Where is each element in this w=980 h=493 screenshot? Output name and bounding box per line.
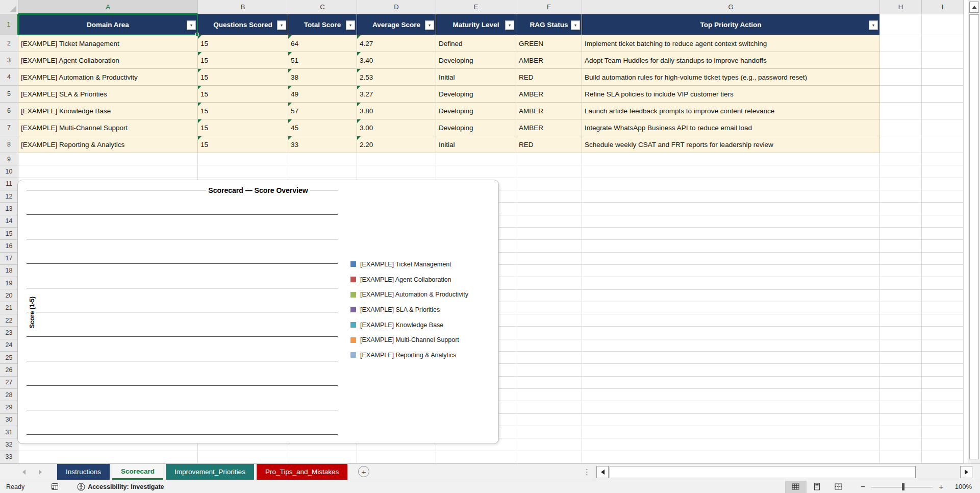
- row-header-11[interactable]: 11: [0, 178, 18, 190]
- header-cell-F1[interactable]: RAG Status▼: [516, 14, 582, 35]
- cell-G3[interactable]: Adopt Team Huddles for daily standups to…: [582, 52, 880, 69]
- cell-D6[interactable]: 3.80: [357, 103, 436, 119]
- row-header-15[interactable]: 15: [0, 228, 18, 240]
- cell-D3[interactable]: 3.40: [357, 52, 436, 69]
- zoom-slider[interactable]: [871, 483, 933, 490]
- cell-I8[interactable]: [922, 136, 964, 153]
- filter-button-F[interactable]: ▼: [571, 20, 580, 30]
- header-cell-A1[interactable]: Domain Area▼: [18, 14, 198, 35]
- cell-H1[interactable]: [880, 14, 922, 35]
- cell-I3[interactable]: [922, 52, 964, 69]
- cell-D7[interactable]: 3.00: [357, 119, 436, 136]
- cell-G2[interactable]: Implement ticket batching to reduce agen…: [582, 35, 880, 52]
- cell-A5[interactable]: [EXAMPLE] SLA & Priorities: [18, 86, 198, 103]
- row-header-6[interactable]: 6: [0, 103, 18, 119]
- cell-C6[interactable]: 57: [288, 103, 357, 119]
- vertical-scrollbar[interactable]: [968, 0, 980, 463]
- embedded-chart[interactable]: Scorecard — Score Overview Score (1-5) […: [17, 180, 499, 444]
- cell-G6[interactable]: Launch article feedback prompts to impro…: [582, 103, 880, 119]
- row-header-29[interactable]: 29: [0, 401, 18, 413]
- cell-B5[interactable]: 15: [198, 86, 288, 103]
- cell-A3[interactable]: [EXAMPLE] Agent Collaboration: [18, 52, 198, 69]
- cell-B3[interactable]: 15: [198, 52, 288, 69]
- sheet-tab-pro_tips_and_mistakes[interactable]: Pro_Tips_and_Mistakes: [257, 464, 347, 480]
- header-cell-C1[interactable]: Total Score▼: [288, 14, 357, 35]
- cell-E2[interactable]: Defined: [436, 35, 516, 52]
- filter-button-G[interactable]: ▼: [869, 20, 878, 30]
- filter-button-A[interactable]: ▼: [187, 20, 196, 30]
- legend-item[interactable]: [EXAMPLE] Agent Collaboration: [350, 272, 468, 287]
- select-all-corner[interactable]: [0, 0, 18, 14]
- row-header-21[interactable]: 21: [0, 302, 18, 314]
- cell-I6[interactable]: [922, 103, 964, 119]
- row-header-24[interactable]: 24: [0, 339, 18, 352]
- macro-record-icon[interactable]: [51, 483, 59, 490]
- row-header-5[interactable]: 5: [0, 86, 18, 103]
- cell-G5[interactable]: Refine SLA policies to include VIP custo…: [582, 86, 880, 103]
- cell-H7[interactable]: [880, 119, 922, 136]
- cell-H4[interactable]: [880, 69, 922, 86]
- cell-A8[interactable]: [EXAMPLE] Reporting & Analytics: [18, 136, 198, 153]
- column-header-F[interactable]: F: [516, 0, 582, 14]
- header-cell-E1[interactable]: Maturity Level▼: [436, 14, 516, 35]
- filter-button-D[interactable]: ▼: [425, 20, 434, 30]
- column-header-G[interactable]: G: [582, 0, 880, 14]
- header-cell-B1[interactable]: Questions Scored▼: [198, 14, 288, 35]
- row-header-22[interactable]: 22: [0, 314, 18, 327]
- row-header-32[interactable]: 32: [0, 438, 18, 451]
- filter-button-E[interactable]: ▼: [505, 20, 514, 30]
- cell-H8[interactable]: [880, 136, 922, 153]
- legend-item[interactable]: [EXAMPLE] SLA & Priorities: [350, 302, 468, 317]
- cell-I2[interactable]: [922, 35, 964, 52]
- column-header-I[interactable]: I: [922, 0, 964, 14]
- sheet-tab-improvement_priorities[interactable]: Improvement_Priorities: [166, 464, 254, 480]
- sheet-tab-scorecard[interactable]: Scorecard: [112, 464, 163, 480]
- column-header-E[interactable]: E: [436, 0, 516, 14]
- cell-F5[interactable]: AMBER: [516, 86, 582, 103]
- cell-H2[interactable]: [880, 35, 922, 52]
- cell-E8[interactable]: Initial: [436, 136, 516, 153]
- zoom-out-button[interactable]: −: [861, 482, 865, 491]
- cell-G8[interactable]: Schedule weekly CSAT and FRT reports for…: [582, 136, 880, 153]
- cell-D4[interactable]: 2.53: [357, 69, 436, 86]
- column-header-H[interactable]: H: [880, 0, 922, 14]
- row-header-14[interactable]: 14: [0, 215, 18, 228]
- cell-F7[interactable]: AMBER: [516, 119, 582, 136]
- cell-H5[interactable]: [880, 86, 922, 103]
- cell-I7[interactable]: [922, 119, 964, 136]
- zoom-slider-thumb[interactable]: [902, 483, 904, 490]
- filter-button-B[interactable]: ▼: [277, 20, 286, 30]
- column-header-C[interactable]: C: [288, 0, 357, 14]
- cell-I5[interactable]: [922, 86, 964, 103]
- header-cell-G1[interactable]: Top Priority Action▼: [582, 14, 880, 35]
- column-header-B[interactable]: B: [198, 0, 288, 14]
- cell-I1[interactable]: [922, 14, 964, 35]
- zoom-in-button[interactable]: +: [939, 482, 943, 491]
- column-header-D[interactable]: D: [357, 0, 436, 14]
- cell-E7[interactable]: Developing: [436, 119, 516, 136]
- selection-fill-handle[interactable]: [195, 33, 199, 36]
- row-header-8[interactable]: 8: [0, 136, 18, 153]
- scroll-left-button[interactable]: [596, 466, 609, 478]
- scroll-right-button[interactable]: [960, 466, 972, 478]
- filter-button-C[interactable]: ▼: [346, 20, 355, 30]
- row-header-28[interactable]: 28: [0, 389, 18, 401]
- legend-item[interactable]: [EXAMPLE] Ticket Management: [350, 257, 468, 272]
- row-header-1[interactable]: 1: [0, 14, 18, 35]
- cell-E3[interactable]: Developing: [436, 52, 516, 69]
- row-header-20[interactable]: 20: [0, 289, 18, 302]
- row-header-25[interactable]: 25: [0, 352, 18, 364]
- row-header-27[interactable]: 27: [0, 377, 18, 389]
- row-header-9[interactable]: 9: [0, 153, 18, 165]
- new-sheet-button[interactable]: +: [358, 466, 369, 477]
- row-header-16[interactable]: 16: [0, 240, 18, 252]
- cell-I4[interactable]: [922, 69, 964, 86]
- zoom-level-label[interactable]: 100%: [951, 483, 972, 490]
- accessibility-status[interactable]: Accessibility: Investigate: [77, 483, 164, 491]
- cell-H6[interactable]: [880, 103, 922, 119]
- cell-H3[interactable]: [880, 52, 922, 69]
- header-cell-D1[interactable]: Average Score▼: [357, 14, 436, 35]
- cell-F6[interactable]: AMBER: [516, 103, 582, 119]
- page-break-preview-button[interactable]: [828, 481, 849, 493]
- row-header-4[interactable]: 4: [0, 69, 18, 86]
